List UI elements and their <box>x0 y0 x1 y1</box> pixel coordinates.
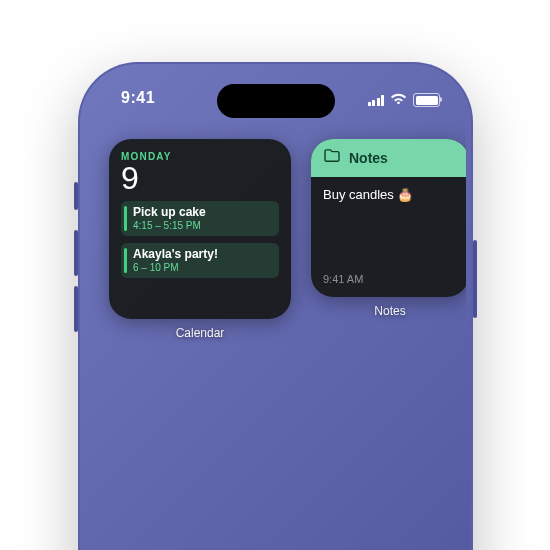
notes-widget-header: Notes <box>311 139 466 177</box>
calendar-day-of-week: MONDAY <box>121 151 279 162</box>
calendar-event[interactable]: Akayla's party! 6 – 10 PM <box>121 243 279 278</box>
wifi-icon <box>390 91 407 109</box>
volume-up-button[interactable] <box>74 230 78 276</box>
volume-down-button[interactable] <box>74 286 78 332</box>
calendar-widget[interactable]: MONDAY 9 Pick up cake 4:15 – 5:15 PM Aka… <box>109 139 291 319</box>
screen: 9:41 MONDAY 9 Pick up cake <box>85 69 466 550</box>
cellular-signal-icon <box>368 95 385 106</box>
status-time: 9:41 <box>121 89 155 107</box>
note-text: Buy candles 🎂 <box>323 187 457 202</box>
silence-switch[interactable] <box>74 182 78 210</box>
widget-label-notes: Notes <box>374 304 405 318</box>
event-title: Pick up cake <box>129 206 271 219</box>
notes-widget[interactable]: Notes Buy candles 🎂 9:41 AM <box>311 139 466 297</box>
calendar-event[interactable]: Pick up cake 4:15 – 5:15 PM <box>121 201 279 236</box>
folder-icon <box>323 149 341 167</box>
event-title: Akayla's party! <box>129 248 271 261</box>
widget-label-calendar: Calendar <box>176 326 225 340</box>
power-button[interactable] <box>473 240 477 318</box>
event-time: 6 – 10 PM <box>129 262 271 273</box>
event-time: 4:15 – 5:15 PM <box>129 220 271 231</box>
iphone-frame: 9:41 MONDAY 9 Pick up cake <box>78 62 473 550</box>
notes-header-title: Notes <box>349 150 388 166</box>
dynamic-island[interactable] <box>217 84 335 118</box>
note-timestamp: 9:41 AM <box>323 273 363 285</box>
battery-icon <box>413 93 440 107</box>
calendar-date-number: 9 <box>121 162 279 194</box>
